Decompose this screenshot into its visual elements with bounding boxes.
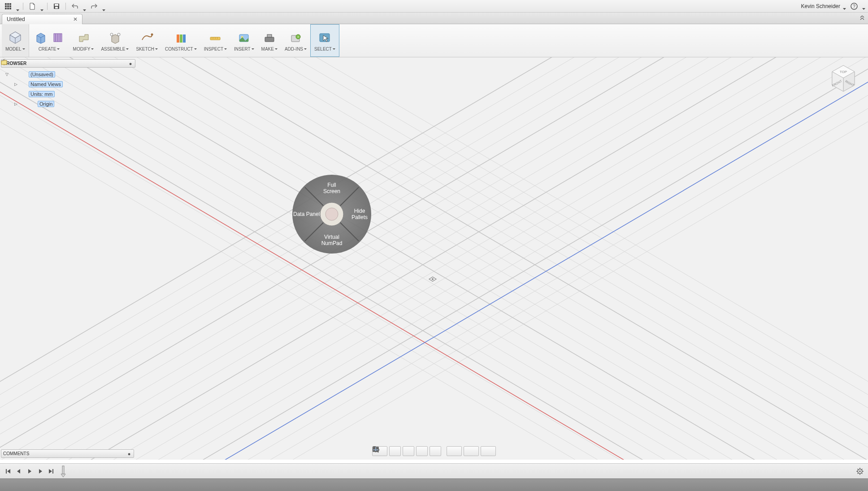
comments-minimize-button[interactable]: ● xyxy=(126,451,132,457)
grid-settings-button[interactable] xyxy=(464,446,479,456)
cylinder-primitive-icon[interactable] xyxy=(50,30,66,46)
svg-line-134 xyxy=(862,473,863,474)
timeline-prev-button[interactable] xyxy=(14,467,23,476)
top-right-group: Kevin Schneider ? xyxy=(801,2,865,11)
timeline-settings-button[interactable] xyxy=(855,467,864,476)
addins-group[interactable]: + ADD-INS xyxy=(281,24,310,57)
quick-access-toolbar: Kevin Schneider ? xyxy=(0,0,868,13)
pan-button[interactable] xyxy=(403,446,414,456)
svg-line-77 xyxy=(0,57,628,460)
svg-line-79 xyxy=(90,57,852,460)
model-canvas[interactable]: BROWSER ● ▽ (Unsaved) ▷ Named Views ▷ Un… xyxy=(0,57,868,460)
undo-caret[interactable] xyxy=(83,5,86,7)
visibility-icon[interactable] xyxy=(11,71,18,78)
svg-rect-5 xyxy=(9,5,11,7)
timeline-next-button[interactable] xyxy=(36,467,45,476)
modify-group[interactable]: MODIFY xyxy=(69,24,98,57)
maximize-tabs-button[interactable] xyxy=(858,14,866,22)
select-group[interactable]: SELECT xyxy=(310,24,339,57)
svg-rect-124 xyxy=(6,469,7,474)
svg-line-136 xyxy=(858,473,859,474)
svg-line-78 xyxy=(0,57,740,460)
user-caret[interactable] xyxy=(843,5,846,7)
make-group[interactable]: MAKE xyxy=(258,24,281,57)
tree-named-views-label: Named Views xyxy=(29,81,63,87)
redo-button[interactable] xyxy=(89,2,100,11)
tab-close-button[interactable]: ✕ xyxy=(72,16,78,22)
svg-rect-11 xyxy=(55,7,58,9)
tree-units-row[interactable]: ▷ Units: mm xyxy=(4,89,135,99)
svg-rect-10 xyxy=(55,4,58,6)
inspect-group[interactable]: INSPECT xyxy=(200,24,230,57)
expand-caret-icon[interactable]: ▷ xyxy=(13,102,18,106)
tree-root-label: (Unsaved) xyxy=(29,71,55,78)
viewcube[interactable]: TOP FRONT RIGHT xyxy=(827,62,860,95)
comments-header[interactable]: COMMENTS ● xyxy=(1,449,134,458)
tree-root-row[interactable]: ▽ (Unsaved) xyxy=(4,69,135,79)
new-file-caret[interactable] xyxy=(40,5,43,7)
svg-line-59 xyxy=(195,57,868,460)
qat-group xyxy=(3,2,105,11)
model-workspace-button[interactable]: MODEL xyxy=(2,24,29,57)
look-at-button[interactable] xyxy=(389,446,401,456)
svg-point-18 xyxy=(110,33,113,36)
zoom-window-button[interactable]: + xyxy=(416,446,428,456)
expand-caret-icon[interactable]: ▷ xyxy=(13,82,18,86)
expand-caret-icon[interactable]: ▽ xyxy=(4,72,9,77)
browser-minimize-button[interactable]: ● xyxy=(128,61,133,66)
tab-title: Untitled xyxy=(7,16,25,22)
redo-caret[interactable] xyxy=(102,5,105,7)
timeline-marker[interactable] xyxy=(60,465,66,478)
username-label[interactable]: Kevin Schneider xyxy=(801,3,840,9)
component-icon xyxy=(20,71,27,78)
fit-button[interactable] xyxy=(430,446,441,456)
svg-line-71 xyxy=(0,57,689,460)
tree-origin-label: Origin xyxy=(38,101,54,107)
undo-button[interactable] xyxy=(69,2,80,11)
timeline-play-button[interactable] xyxy=(25,467,34,476)
visibility-off-icon[interactable] xyxy=(20,100,27,108)
svg-rect-119 xyxy=(373,450,375,452)
svg-line-42 xyxy=(0,57,740,460)
svg-line-82 xyxy=(0,57,756,460)
folder-icon xyxy=(20,81,27,88)
save-button[interactable] xyxy=(51,2,62,11)
make-label: MAKE xyxy=(261,47,274,52)
assemble-group[interactable]: ASSEMBLE xyxy=(97,24,132,57)
svg-line-80 xyxy=(202,57,868,460)
svg-line-133 xyxy=(858,469,859,469)
data-panel-button[interactable] xyxy=(3,2,13,11)
svg-rect-21 xyxy=(177,34,179,43)
data-panel-caret[interactable] xyxy=(16,5,19,7)
create-label: CREATE xyxy=(39,47,56,52)
box-primitive-icon[interactable] xyxy=(33,30,49,46)
timeline-end-button[interactable] xyxy=(47,467,56,476)
timeline-start-button[interactable] xyxy=(4,467,13,476)
sketch-group[interactable]: SKETCH xyxy=(132,24,161,57)
svg-line-57 xyxy=(240,57,868,460)
svg-text:+: + xyxy=(297,35,299,39)
viewports-button[interactable] xyxy=(481,446,496,456)
active-tab[interactable]: Untitled ✕ xyxy=(2,14,82,24)
svg-line-45 xyxy=(45,57,807,460)
svg-rect-6 xyxy=(5,8,7,9)
insert-group[interactable]: INSERT xyxy=(230,24,258,57)
display-settings-button[interactable] xyxy=(447,446,462,456)
construct-group[interactable]: CONSTRUCT xyxy=(161,24,200,57)
help-button[interactable]: ? xyxy=(849,2,859,11)
tree-named-views-row[interactable]: ▷ Named Views xyxy=(4,79,135,89)
svg-line-47 xyxy=(90,57,852,460)
help-caret[interactable] xyxy=(862,5,865,7)
svg-line-63 xyxy=(106,57,868,460)
radial-menu[interactable]: Full Screen Hide Pallets Virtual NumPad … xyxy=(291,174,372,254)
tree-origin-row[interactable]: ▷ Origin xyxy=(4,99,135,109)
browser-panel: BROWSER ● ▽ (Unsaved) ▷ Named Views ▷ Un… xyxy=(1,59,135,109)
svg-line-66 xyxy=(39,57,801,460)
svg-rect-126 xyxy=(62,466,64,474)
browser-header[interactable]: BROWSER ● xyxy=(1,59,135,68)
svg-rect-3 xyxy=(5,5,7,7)
select-label: SELECT xyxy=(314,47,332,52)
create-group[interactable]: CREATE xyxy=(29,24,69,57)
svg-line-52 xyxy=(202,57,868,460)
new-file-button[interactable] xyxy=(27,2,38,11)
